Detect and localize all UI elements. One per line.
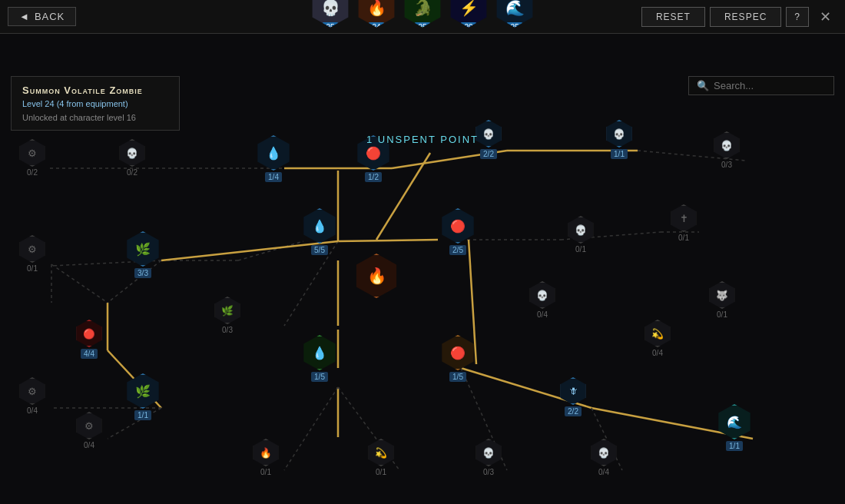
- node-n23[interactable]: 🌿1/1: [125, 373, 161, 420]
- node-hex-n23: 🌿: [125, 373, 161, 409]
- node-count-n1: 0/2: [27, 168, 38, 177]
- node-count-n9: 3/3: [134, 268, 151, 278]
- node-n1[interactable]: ⚙0/2: [18, 139, 46, 177]
- node-n14[interactable]: 🔥: [354, 254, 399, 298]
- respec-button[interactable]: RESPEC: [710, 7, 781, 27]
- node-n9[interactable]: 🌿3/3: [125, 231, 161, 278]
- node-hex-n6: 💀: [605, 120, 633, 148]
- node-n21[interactable]: 💫0/4: [644, 320, 671, 357]
- node-hex-n13: ✝: [670, 204, 698, 232]
- node-n24[interactable]: 🗡2/2: [559, 377, 587, 416]
- skill-level-badge: 20: [460, 22, 476, 32]
- node-n11[interactable]: 🔴2/5: [440, 208, 476, 255]
- node-count-n15: 0/3: [222, 326, 233, 334]
- reset-button[interactable]: RESET: [641, 7, 705, 27]
- node-n13[interactable]: ✝0/1: [670, 204, 698, 242]
- node-count-n21: 0/4: [652, 349, 663, 357]
- node-hex-n10: 💧: [302, 208, 337, 244]
- node-hex-n16: 💀: [529, 281, 556, 309]
- node-hex-n3: 💧: [256, 135, 291, 171]
- top-bar: ◄ BACK 💀25▲▲🔥24▲▼🐊25▲⚡20◆🌊25▲▲ RESET RES…: [0, 0, 845, 34]
- node-hex-n21: 💫: [644, 320, 671, 347]
- node-count-n23: 1/1: [134, 410, 151, 420]
- back-button[interactable]: ◄ BACK: [8, 7, 76, 26]
- skill-level-badge: 24: [368, 22, 384, 32]
- node-count-n10: 5/5: [311, 245, 328, 255]
- node-n12[interactable]: 💀0/1: [567, 216, 595, 254]
- tooltip-level-detail: (4 from equipment): [57, 99, 128, 108]
- close-button[interactable]: ✕: [814, 5, 837, 28]
- node-hex-n20: 🔴: [440, 335, 476, 370]
- tooltip-unlock: Unlocked at character level 16: [22, 113, 168, 122]
- skill-level-badge: 25: [506, 22, 522, 32]
- node-count-n29: 0/4: [598, 468, 609, 476]
- node-hex-n30: ⚙: [75, 412, 103, 439]
- node-hex-n25: 🌊: [717, 404, 752, 439]
- node-hex-n22: ⚙: [18, 377, 46, 405]
- node-hex-n29: 💀: [590, 439, 618, 466]
- node-hex-n24: 🗡: [559, 377, 587, 405]
- node-hex-n11: 🔴: [440, 208, 476, 244]
- node-n15[interactable]: 🌿0/3: [214, 297, 241, 334]
- node-count-n4: 1/2: [365, 172, 382, 182]
- node-count-n22: 0/4: [27, 406, 38, 415]
- node-n22[interactable]: ⚙0/4: [18, 377, 46, 415]
- node-n10[interactable]: 💧5/5: [302, 208, 337, 255]
- top-right-buttons: RESET RESPEC ? ✕: [641, 5, 837, 28]
- node-n17[interactable]: 🐺0/1: [708, 281, 736, 319]
- node-n6[interactable]: 💀1/1: [605, 120, 633, 159]
- node-count-n6: 1/1: [611, 149, 628, 159]
- node-hex-n1: ⚙: [18, 139, 46, 167]
- unspent-banner: 1 Unspent Point: [366, 134, 479, 145]
- node-count-n24: 2/2: [565, 406, 582, 416]
- node-count-n28: 0/3: [483, 468, 494, 476]
- node-hex-n8: ⚙: [18, 235, 46, 263]
- node-hex-n17: 🐺: [708, 281, 736, 309]
- node-count-n26: 0/1: [260, 468, 271, 476]
- node-count-n16: 0/4: [537, 310, 548, 319]
- skill-level-badge: 25: [322, 22, 338, 32]
- node-n2[interactable]: 💀0/2: [118, 139, 146, 177]
- node-count-n17: 0/1: [717, 310, 727, 319]
- node-n5[interactable]: 💀2/2: [475, 120, 502, 159]
- node-n18[interactable]: 🔴4/4: [75, 320, 103, 359]
- node-n8[interactable]: ⚙0/1: [18, 235, 46, 273]
- node-n28[interactable]: 💀0/3: [475, 439, 502, 476]
- node-count-n5: 2/2: [480, 149, 497, 159]
- tooltip-level: Level 24 (4 from equipment): [22, 99, 168, 108]
- node-count-n30: 0/4: [84, 441, 94, 449]
- node-count-n11: 2/5: [449, 245, 466, 255]
- node-n20[interactable]: 🔴1/5: [440, 335, 476, 382]
- node-count-n20: 1/5: [449, 372, 466, 382]
- node-hex-n26: 🔥: [252, 439, 280, 466]
- node-n25[interactable]: 🌊1/1: [717, 404, 752, 451]
- node-n3[interactable]: 💧1/4: [256, 135, 291, 182]
- node-hex-n12: 💀: [567, 216, 595, 244]
- node-count-n18: 4/4: [81, 349, 98, 359]
- node-count-n3: 1/4: [265, 172, 282, 182]
- node-hex-n19: 💧: [302, 335, 337, 370]
- node-hex-n2: 💀: [118, 139, 146, 167]
- tooltip-title: Summon Volatile Zombie: [22, 85, 168, 96]
- node-count-n8: 0/1: [27, 264, 38, 273]
- node-hex-n9: 🌿: [125, 231, 161, 267]
- question-button[interactable]: ?: [786, 7, 809, 27]
- node-count-n19: 1/5: [311, 372, 328, 382]
- node-hex-n14: 🔥: [354, 254, 399, 298]
- skill-tooltip: Summon Volatile Zombie Level 24 (4 from …: [11, 76, 180, 131]
- back-label: BACK: [35, 11, 65, 22]
- node-n19[interactable]: 💧1/5: [302, 335, 337, 382]
- node-n26[interactable]: 🔥0/1: [252, 439, 280, 476]
- node-hex-n27: 💫: [367, 439, 395, 466]
- node-n27[interactable]: 💫0/1: [367, 439, 395, 476]
- back-arrow-icon: ◄: [19, 11, 30, 22]
- node-n16[interactable]: 💀0/4: [529, 281, 556, 319]
- node-hex-n7: 💀: [713, 131, 741, 159]
- node-n29[interactable]: 💀0/4: [590, 439, 618, 476]
- node-n30[interactable]: ⚙0/4: [75, 412, 103, 449]
- node-n7[interactable]: 💀0/3: [713, 131, 741, 169]
- node-hex-n28: 💀: [475, 439, 502, 466]
- node-count-n7: 0/3: [721, 161, 732, 169]
- node-count-n2: 0/2: [127, 168, 138, 177]
- tooltip-level-text: Level 24: [22, 99, 55, 108]
